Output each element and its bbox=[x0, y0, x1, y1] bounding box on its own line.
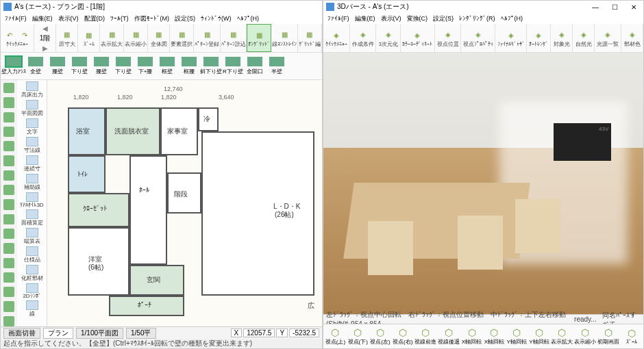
tool-3次元化[interactable]: ◈3次元化 bbox=[376, 24, 400, 52]
rail-化粧部材[interactable]: 化粧部材 bbox=[17, 265, 47, 282]
rail-面積算定[interactable]: 面積算定 bbox=[17, 209, 47, 227]
category-icon[interactable] bbox=[3, 141, 14, 151]
walltype-下り壁[interactable]: 下り壁 bbox=[113, 57, 134, 75]
floor-selector[interactable]: ◀ 1階 ▶ bbox=[34, 24, 56, 52]
menu-item[interactable]: ﾍﾙﾌﾟ(H) bbox=[499, 15, 525, 22]
viewtool-視線前進[interactable]: ⬡視線前進 bbox=[414, 327, 436, 346]
menu-item[interactable]: ﾚﾝﾀﾞﾘﾝｸﾞ(R) bbox=[458, 15, 497, 22]
tool-自然光[interactable]: ◈自然光 bbox=[573, 24, 595, 52]
viewtool-表示縮小[interactable]: ⬡表示縮小 bbox=[574, 327, 596, 346]
viewtool-Y軸回転[interactable]: ⬡Y軸回転 bbox=[528, 327, 549, 346]
tool-ﾌｧｲﾅﾙｷﾞｬｻﾞ[interactable]: ◈ﾌｧｲﾅﾙｷﾞｬｻﾞ bbox=[495, 24, 527, 52]
undo-icon[interactable]: ↶ bbox=[3, 29, 16, 41]
category-icon[interactable] bbox=[3, 316, 14, 326]
viewtool-視点(上)[interactable]: ⬡視点(上) bbox=[325, 327, 346, 346]
tool-ｸﾞﾘｯﾄﾞ編[interactable]: ▦ｸﾞﾘｯﾄﾞ編 bbox=[298, 24, 322, 52]
category-icon[interactable] bbox=[3, 214, 14, 224]
menu-item[interactable]: ﾍﾙﾌﾟ(H) bbox=[236, 15, 261, 22]
viewtool-視線後退[interactable]: ⬡視線後退 bbox=[438, 327, 460, 346]
tool-線ｺﾝｽﾄﾚｲﾝ[interactable]: ▦線ｺﾝｽﾄﾚｲﾝ bbox=[271, 24, 297, 52]
tool-ｵｰﾄﾚﾝﾀﾞ[interactable]: ◈ｵｰﾄﾚﾝﾀﾞ bbox=[527, 24, 551, 52]
floor-next-icon[interactable]: ▶ bbox=[42, 44, 48, 52]
room-hall[interactable] bbox=[129, 155, 167, 265]
tool-ﾊﾟﾀｰﾝ読込[interactable]: ▦ﾊﾟﾀｰﾝ読込 bbox=[221, 24, 247, 52]
menu-item[interactable]: 編集(E) bbox=[354, 14, 377, 23]
menu-item[interactable]: ﾌｧｲﾙ(F) bbox=[3, 15, 28, 22]
tool-作成条件[interactable]: ◈作成条件 bbox=[350, 24, 377, 52]
rail-高床出力[interactable]: 高床出力 bbox=[17, 81, 47, 99]
3d-viewport[interactable]: 43V bbox=[323, 53, 643, 324]
tab-plan[interactable]: プラン bbox=[43, 328, 73, 339]
tool-表示縮小[interactable]: ▦表示縮小 bbox=[124, 24, 148, 52]
rail-平面図図[interactable]: 平面図図 bbox=[17, 100, 47, 117]
menu-item[interactable]: ｳｨﾝﾄﾞｳ(W) bbox=[199, 15, 233, 22]
viewtool-視点(左)[interactable]: ⬡視点(左) bbox=[370, 327, 391, 346]
menu-item[interactable]: 表示(V) bbox=[57, 14, 80, 23]
rail-寸法線[interactable]: 寸法線 bbox=[17, 137, 47, 154]
tool-表示拡大[interactable]: ▦表示拡大 bbox=[100, 24, 124, 52]
viewtool-Y軸回転[interactable]: ⬡Y軸回転 bbox=[506, 327, 528, 346]
category-icon[interactable] bbox=[3, 229, 14, 239]
menu-item[interactable]: 表示(V) bbox=[380, 14, 403, 23]
menu-item[interactable]: 編集(E) bbox=[31, 14, 54, 23]
category-icon[interactable] bbox=[3, 127, 14, 137]
walltype-半壁[interactable]: 半壁 bbox=[267, 57, 287, 75]
maximize-icon[interactable]: ☐ bbox=[608, 3, 621, 11]
walltype-壁入力ｱｼｽ[interactable]: 壁入力ｱｼｽ bbox=[3, 57, 24, 75]
rail-補助線[interactable]: 補助線 bbox=[17, 174, 47, 191]
viewtool-X軸回転[interactable]: ⬡X軸回転 bbox=[461, 327, 482, 346]
walltype-腰壁[interactable]: 腰壁 bbox=[47, 57, 68, 75]
rail-仕様品[interactable]: 仕様品 bbox=[17, 246, 47, 263]
tool-要素選択[interactable]: ▦要素選択 bbox=[170, 24, 194, 52]
view-switch[interactable]: 画面切替 bbox=[3, 328, 40, 339]
redo-icon[interactable]: ↷ bbox=[18, 29, 31, 41]
rail-端算表[interactable]: 端算表 bbox=[17, 228, 47, 245]
rail-2Dｼﾝﾎﾞ[interactable]: 2Dｼﾝﾎﾞ bbox=[17, 283, 47, 299]
tool-ｸｲｯｸﾒﾆｭｰ[interactable]: ◈ｸｲｯｸﾒﾆｭｰ bbox=[323, 24, 350, 52]
tool-視点ﾌﾟﾛﾊﾟﾃｨ[interactable]: ◈視点ﾌﾟﾛﾊﾟﾃｨ bbox=[461, 24, 495, 52]
room-ldk[interactable] bbox=[201, 131, 314, 296]
tool-ｶﾗｰｺｰﾃﾞｨﾈｰﾄ[interactable]: ◈ｶﾗｰｺｰﾃﾞｨﾈｰﾄ bbox=[401, 24, 435, 52]
menu-item[interactable]: 変換(C) bbox=[406, 14, 430, 23]
category-icon[interactable] bbox=[3, 83, 14, 93]
category-icon[interactable] bbox=[3, 185, 14, 195]
walltype-腰壁[interactable]: 腰壁 bbox=[91, 57, 112, 75]
menu-item[interactable]: 作図ﾓｰﾄﾞ(M) bbox=[133, 14, 171, 23]
menu-item[interactable]: 設定(S) bbox=[173, 14, 197, 23]
category-icon[interactable] bbox=[3, 301, 14, 311]
walltype-框腰[interactable]: 框腰 bbox=[179, 57, 199, 75]
rail-線[interactable]: 線 bbox=[17, 300, 47, 318]
category-icon[interactable] bbox=[3, 243, 14, 253]
category-icon[interactable] bbox=[3, 199, 14, 209]
walltype-全壁[interactable]: 全壁 bbox=[25, 57, 46, 75]
viewtool-ｽﾞｰﾑ[interactable]: ⬡ｽﾞｰﾑ bbox=[621, 328, 642, 345]
rail-文字[interactable]: 文字 bbox=[17, 118, 47, 135]
category-icon[interactable] bbox=[3, 112, 14, 122]
viewtool-初期画面[interactable]: ⬡初期画面 bbox=[597, 327, 619, 346]
category-icon[interactable] bbox=[3, 155, 14, 166]
tool-視点位置[interactable]: ◈視点位置 bbox=[435, 24, 462, 52]
floorplan-canvas[interactable]: 12,740 1,820 1,820 1,820 3,640 浴室 洗面脱衣室 … bbox=[47, 80, 322, 326]
viewtool-視点(下)[interactable]: ⬡視点(下) bbox=[347, 327, 369, 346]
tool-ﾊﾟﾀｰﾝ登録[interactable]: ▦ﾊﾟﾀｰﾝ登録 bbox=[194, 24, 220, 52]
tool-ｽﾞｰﾑ[interactable]: ▦ｽﾞｰﾑ bbox=[78, 24, 100, 52]
floor-prev-icon[interactable]: ◀ bbox=[42, 25, 48, 32]
category-icon[interactable] bbox=[3, 170, 14, 181]
walltype-下+腰[interactable]: 下+腰 bbox=[135, 57, 156, 75]
menu-item[interactable]: 設定(S) bbox=[432, 14, 455, 23]
category-icon[interactable] bbox=[3, 258, 14, 268]
tab-1-100[interactable]: 1/100平面図 bbox=[76, 328, 123, 339]
tool-対象光[interactable]: ◈対象光 bbox=[551, 24, 573, 52]
tool-光源一覧[interactable]: ◈光源一覧 bbox=[595, 24, 621, 52]
tab-1-50[interactable]: 1/50平 bbox=[126, 328, 156, 339]
category-icon[interactable] bbox=[3, 97, 14, 107]
walltype-框壁[interactable]: 框壁 bbox=[157, 57, 177, 75]
menu-item[interactable]: ﾂｰﾙ(T) bbox=[109, 15, 130, 22]
category-icon[interactable] bbox=[3, 272, 14, 283]
menu-item[interactable]: 配置(D) bbox=[83, 14, 107, 23]
tool-ｵﾝｸﾞﾘｯﾄﾞ[interactable]: ▦ｵﾝｸﾞﾘｯﾄﾞ bbox=[247, 24, 271, 52]
tool-部材色[interactable]: ◈部材色 bbox=[621, 24, 643, 52]
walltype-R下り壁[interactable]: R下り壁 bbox=[223, 57, 243, 75]
viewtool-X軸回転[interactable]: ⬡X軸回転 bbox=[484, 327, 505, 346]
walltype-下り壁[interactable]: 下り壁 bbox=[69, 57, 90, 75]
